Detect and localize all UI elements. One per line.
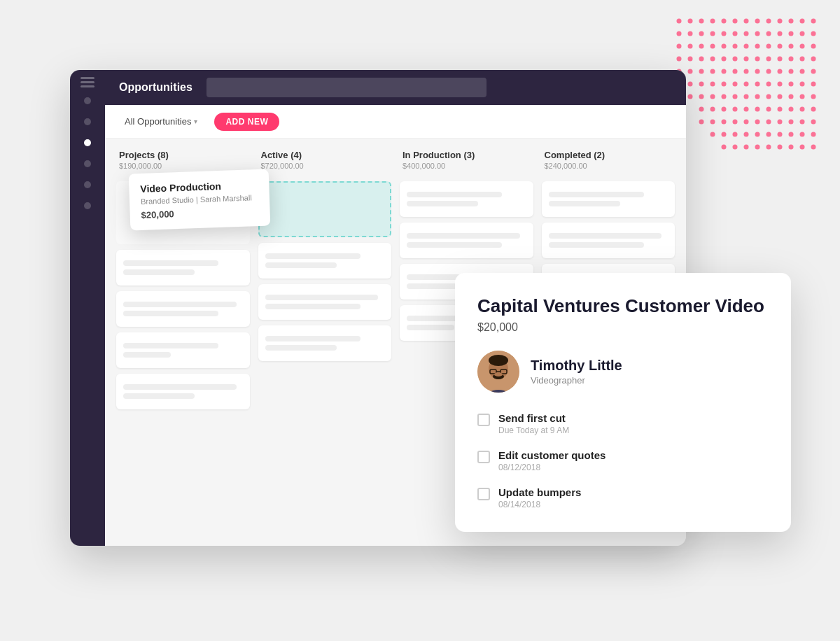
kanban-card[interactable] xyxy=(400,181,533,217)
card-line xyxy=(123,269,195,275)
svg-point-86 xyxy=(789,94,794,99)
svg-point-29 xyxy=(710,44,715,49)
svg-point-51 xyxy=(811,57,816,62)
card-line xyxy=(549,242,644,248)
card-line xyxy=(123,352,171,358)
kanban-card[interactable] xyxy=(400,223,533,258)
column-amount-active: $720,000.00 xyxy=(261,162,389,170)
filterbar: All Opportunities ▾ ADD NEW xyxy=(105,105,686,139)
svg-point-85 xyxy=(778,94,783,99)
svg-point-40 xyxy=(688,57,693,62)
svg-point-32 xyxy=(744,44,749,49)
column-amount-production: $400,000.00 xyxy=(402,162,531,170)
svg-point-95 xyxy=(766,107,771,112)
svg-point-28 xyxy=(699,44,704,49)
task-name-3: Update bumpers xyxy=(498,486,581,498)
detail-panel: Capital Ventures Customer Video $20,000 xyxy=(455,273,791,532)
svg-point-21 xyxy=(766,31,771,36)
svg-point-27 xyxy=(688,44,693,49)
card-line xyxy=(549,201,620,206)
svg-point-31 xyxy=(733,44,738,49)
svg-point-100 xyxy=(699,120,704,125)
svg-point-76 xyxy=(811,82,816,87)
chevron-down-icon: ▾ xyxy=(194,118,197,125)
svg-point-38 xyxy=(811,44,816,49)
topbar: Opportunities xyxy=(105,70,686,105)
kanban-card[interactable] xyxy=(116,332,250,368)
svg-point-79 xyxy=(710,94,715,99)
svg-point-98 xyxy=(800,107,805,112)
sidebar-nav-5[interactable] xyxy=(84,181,91,188)
svg-point-1 xyxy=(688,19,693,24)
svg-point-131 xyxy=(484,390,512,393)
sidebar-nav-3[interactable] xyxy=(84,139,91,146)
kanban-card[interactable] xyxy=(542,181,676,217)
svg-point-6 xyxy=(744,19,749,24)
svg-point-9 xyxy=(778,19,783,24)
svg-point-44 xyxy=(733,57,738,62)
svg-point-78 xyxy=(699,94,704,99)
svg-point-93 xyxy=(744,107,749,112)
svg-point-59 xyxy=(755,69,760,74)
kanban-card[interactable] xyxy=(258,243,392,279)
kanban-card[interactable] xyxy=(116,374,250,409)
card-line xyxy=(123,384,237,390)
svg-point-11 xyxy=(800,19,805,24)
sidebar-nav-2[interactable] xyxy=(84,118,91,125)
svg-point-49 xyxy=(789,57,794,62)
person-name: Timothy Little xyxy=(531,358,622,374)
task-name-2: Edit customer quotes xyxy=(498,449,606,461)
kanban-card[interactable] xyxy=(258,325,392,361)
sidebar-nav-4[interactable] xyxy=(84,160,91,167)
svg-point-113 xyxy=(733,132,738,137)
kanban-card[interactable] xyxy=(116,250,250,286)
svg-point-104 xyxy=(744,120,749,125)
svg-point-54 xyxy=(699,69,704,74)
svg-point-45 xyxy=(744,57,749,62)
menu-icon[interactable] xyxy=(80,81,94,83)
kanban-card[interactable] xyxy=(542,223,676,258)
card-line xyxy=(265,304,360,309)
task-date-1: Due Today at 9 AM xyxy=(498,425,569,435)
svg-point-91 xyxy=(722,107,727,112)
card-line xyxy=(123,260,218,266)
column-title-production: In Production (3) xyxy=(402,150,531,160)
svg-point-65 xyxy=(688,82,693,87)
sidebar-nav-6[interactable] xyxy=(84,202,91,209)
svg-point-17 xyxy=(722,31,727,36)
svg-point-15 xyxy=(699,31,704,36)
add-new-button[interactable]: ADD NEW xyxy=(214,113,279,131)
svg-point-39 xyxy=(677,57,682,62)
filter-dropdown[interactable]: All Opportunities ▾ xyxy=(119,113,203,129)
svg-point-124 xyxy=(755,145,760,150)
svg-point-69 xyxy=(733,82,738,87)
svg-point-121 xyxy=(722,145,727,150)
kanban-column-active: Active (4) $720,000.00 xyxy=(258,150,392,535)
svg-point-101 xyxy=(710,120,715,125)
svg-point-77 xyxy=(688,94,693,99)
task-checkbox-3[interactable] xyxy=(477,488,490,500)
column-title-active: Active (4) xyxy=(261,150,389,160)
svg-point-43 xyxy=(722,57,727,62)
task-info-1: Send first cut Due Today at 9 AM xyxy=(498,412,569,435)
task-checkbox-1[interactable] xyxy=(477,414,490,426)
svg-point-133 xyxy=(489,355,508,366)
search-bar[interactable] xyxy=(206,78,486,97)
svg-point-8 xyxy=(766,19,771,24)
svg-point-63 xyxy=(800,69,805,74)
svg-point-67 xyxy=(710,82,715,87)
svg-point-120 xyxy=(811,132,816,137)
kanban-card[interactable] xyxy=(116,291,250,327)
dragging-card[interactable]: Video Production Branded Studio | Sarah … xyxy=(129,169,271,231)
task-info-3: Update bumpers 08/14/2018 xyxy=(498,486,581,509)
task-checkbox-2[interactable] xyxy=(477,451,490,463)
kanban-card[interactable] xyxy=(258,284,392,320)
column-amount-completed: $240,000.00 xyxy=(545,162,673,170)
svg-point-114 xyxy=(744,132,749,137)
svg-point-55 xyxy=(710,69,715,74)
svg-point-14 xyxy=(688,31,693,36)
svg-point-87 xyxy=(800,94,805,99)
svg-point-73 xyxy=(778,82,783,87)
sidebar-nav-1[interactable] xyxy=(84,97,91,104)
svg-point-90 xyxy=(710,107,715,112)
